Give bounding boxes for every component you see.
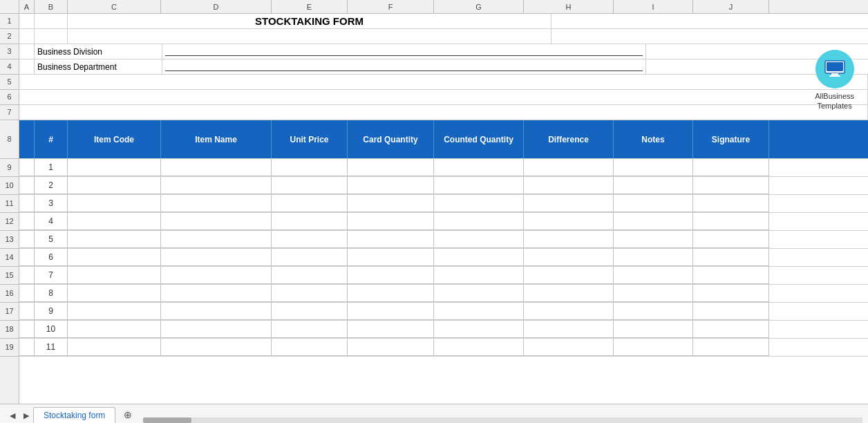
cell-notes-10[interactable] [614,321,693,338]
cell-notes-7[interactable] [614,267,693,284]
cell-notes-2[interactable] [614,177,693,194]
cell-code-8[interactable] [68,285,161,302]
cell-sig-10[interactable] [693,321,769,338]
cell-price-8[interactable] [272,285,348,302]
tab-nav-right-arrow[interactable]: ▶ [19,408,33,423]
cell-diff-3[interactable] [524,195,614,212]
cell-sig-5[interactable] [693,231,769,248]
cell-price-10[interactable] [272,321,348,338]
cell-countedqty-2[interactable] [434,177,524,194]
add-sheet-button[interactable]: ⊕ [118,406,138,423]
cell-countedqty-11[interactable] [434,339,524,356]
cell-name-10[interactable] [161,321,272,338]
cell-countedqty-8[interactable] [434,285,524,302]
cell-name-9[interactable] [161,303,272,320]
cell-name-7[interactable] [161,267,272,284]
cell-num-4[interactable]: 4 [35,213,68,230]
cell-division-field[interactable] [162,44,646,59]
cell-num-1[interactable]: 1 [35,159,68,176]
tab-stocktaking-form[interactable]: Stocktaking form [33,407,115,423]
cell-price-5[interactable] [272,231,348,248]
cell-code-7[interactable] [68,267,161,284]
cell-name-8[interactable] [161,285,272,302]
cell-sig-8[interactable] [693,285,769,302]
cell-num-9[interactable]: 9 [35,303,68,320]
cell-name-3[interactable] [161,195,272,212]
cell-diff-7[interactable] [524,267,614,284]
cell-diff-10[interactable] [524,321,614,338]
cell-cardqty-7[interactable] [348,267,434,284]
cell-price-6[interactable] [272,249,348,266]
cell-sig-7[interactable] [693,267,769,284]
cell-notes-3[interactable] [614,195,693,212]
cell-diff-6[interactable] [524,249,614,266]
cell-notes-6[interactable] [614,249,693,266]
cell-notes-1[interactable] [614,159,693,176]
cell-price-1[interactable] [272,159,348,176]
cell-cardqty-11[interactable] [348,339,434,356]
cell-price-2[interactable] [272,177,348,194]
cell-diff-9[interactable] [524,303,614,320]
cell-countedqty-7[interactable] [434,267,524,284]
cell-price-11[interactable] [272,339,348,356]
cell-code-11[interactable] [68,339,161,356]
cell-notes-11[interactable] [614,339,693,356]
cell-notes-8[interactable] [614,285,693,302]
cell-sig-4[interactable] [693,213,769,230]
cell-cardqty-5[interactable] [348,231,434,248]
cell-name-4[interactable] [161,213,272,230]
cell-diff-8[interactable] [524,285,614,302]
cell-code-2[interactable] [68,177,161,194]
cell-countedqty-10[interactable] [434,321,524,338]
cell-countedqty-5[interactable] [434,231,524,248]
cell-cardqty-4[interactable] [348,213,434,230]
cell-price-9[interactable] [272,303,348,320]
cell-diff-11[interactable] [524,339,614,356]
cell-cardqty-8[interactable] [348,285,434,302]
cell-name-6[interactable] [161,249,272,266]
cell-num-7[interactable]: 7 [35,267,68,284]
cell-sig-1[interactable] [693,159,769,176]
cell-countedqty-6[interactable] [434,249,524,266]
cell-num-8[interactable]: 8 [35,285,68,302]
cell-sig-2[interactable] [693,177,769,194]
cell-sig-6[interactable] [693,249,769,266]
cell-price-7[interactable] [272,267,348,284]
cell-countedqty-9[interactable] [434,303,524,320]
cell-countedqty-3[interactable] [434,195,524,212]
cell-code-9[interactable] [68,303,161,320]
cell-num-10[interactable]: 10 [35,321,68,338]
cell-cardqty-2[interactable] [348,177,434,194]
horizontal-scrollbar[interactable] [143,417,862,423]
cell-sig-9[interactable] [693,303,769,320]
cell-countedqty-1[interactable] [434,159,524,176]
cell-name-1[interactable] [161,159,272,176]
cell-num-3[interactable]: 3 [35,195,68,212]
cell-sig-3[interactable] [693,195,769,212]
cell-sig-11[interactable] [693,339,769,356]
cell-diff-2[interactable] [524,177,614,194]
cell-price-4[interactable] [272,213,348,230]
cell-notes-5[interactable] [614,231,693,248]
cell-countedqty-4[interactable] [434,213,524,230]
cell-name-5[interactable] [161,231,272,248]
cell-num-6[interactable]: 6 [35,249,68,266]
cell-name-2[interactable] [161,177,272,194]
cell-department-field[interactable] [162,59,646,74]
cell-diff-4[interactable] [524,213,614,230]
cell-cardqty-9[interactable] [348,303,434,320]
cell-code-4[interactable] [68,213,161,230]
cell-num-5[interactable]: 5 [35,231,68,248]
cell-code-10[interactable] [68,321,161,338]
cell-code-6[interactable] [68,249,161,266]
cell-cardqty-6[interactable] [348,249,434,266]
tab-nav-left-arrow[interactable]: ◀ [6,408,19,423]
cell-cardqty-1[interactable] [348,159,434,176]
cell-num-11[interactable]: 11 [35,339,68,356]
cell-notes-4[interactable] [614,213,693,230]
cell-name-11[interactable] [161,339,272,356]
cell-diff-5[interactable] [524,231,614,248]
cell-price-3[interactable] [272,195,348,212]
cell-cardqty-3[interactable] [348,195,434,212]
cell-diff-1[interactable] [524,159,614,176]
